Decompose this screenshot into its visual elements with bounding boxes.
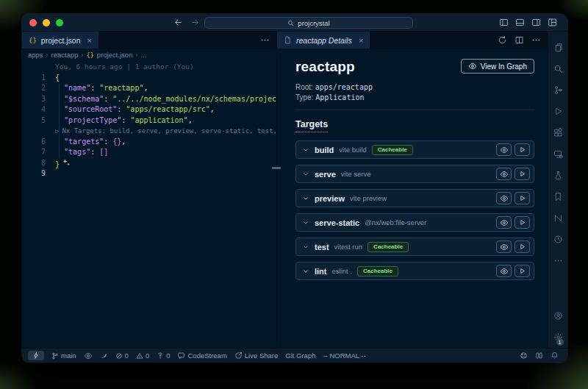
run-target-button[interactable] [514, 143, 530, 156]
status-git-graph[interactable]: Git Graph [285, 351, 315, 360]
settings-icon[interactable]: 1 [553, 326, 563, 348]
status-bar: main000CodeStreamLive ShareGit Graph-- N… [22, 348, 567, 363]
target-row-test[interactable]: testvitest runCacheable [295, 238, 534, 256]
status-remote-indicator[interactable] [28, 351, 44, 360]
nx-targets-codelens[interactable]: Nx Targets: build, serve, preview, serve… [62, 126, 276, 137]
target-row-serve-static[interactable]: serve-static@nx/web:file-server [295, 213, 534, 232]
close-tab-icon[interactable]: × [87, 36, 92, 45]
run-target-button[interactable] [514, 168, 530, 180]
extensions-icon[interactable] [553, 122, 563, 143]
search-icon[interactable] [553, 58, 563, 79]
chevron-down-icon[interactable] [302, 195, 309, 202]
remote-explorer-icon[interactable] [553, 143, 563, 165]
activity-bar: 1 [548, 32, 567, 348]
status-status-extension[interactable] [535, 351, 543, 360]
status-live-share[interactable]: Live Share [234, 351, 278, 360]
line-number: 6 [22, 137, 55, 148]
code-text: "name": "reactapp", [55, 83, 148, 94]
view-target-button[interactable] [496, 192, 512, 204]
zoom-window-button[interactable] [56, 19, 63, 26]
forward-icon[interactable] [190, 18, 200, 27]
line-number: 9 [22, 168, 55, 179]
more-views-icon[interactable] [553, 250, 563, 271]
explorer-icon[interactable] [553, 37, 563, 58]
search-value: projcrystal [298, 19, 329, 27]
view-target-button[interactable] [496, 216, 512, 229]
run-target-button[interactable] [514, 265, 530, 277]
status-gitlens-toggle[interactable] [84, 351, 93, 360]
bookmarks-icon[interactable] [553, 186, 563, 207]
status-feedback-smiley[interactable] [520, 351, 528, 360]
code-editor[interactable]: You, 6 hours ago | 1 author (You)1{2 "na… [22, 60, 276, 348]
target-command: vitest run [334, 243, 363, 251]
divider-line [295, 110, 534, 110]
view-target-button[interactable] [496, 143, 512, 156]
run-target-button[interactable] [514, 240, 530, 253]
chevron-down-icon[interactable] [302, 219, 309, 226]
line-number [22, 62, 55, 73]
status-codestream[interactable]: CodeStream [177, 351, 226, 360]
toggle-primary-sidebar-icon[interactable] [499, 18, 509, 27]
target-row-preview[interactable]: previewvite preview [295, 189, 534, 207]
status-bird-extension[interactable] [100, 351, 108, 360]
toggle-panel-icon[interactable] [515, 18, 525, 27]
tab-project-json[interactable]: {} project.json × [22, 32, 99, 49]
accounts-icon[interactable] [553, 305, 563, 326]
run-target-button[interactable] [514, 192, 530, 204]
status-vim-mode[interactable]: -- NORMAL -- [323, 351, 365, 360]
breadcrumb-item[interactable]: project.json [97, 51, 133, 59]
code-text: "projectType": "application", [55, 115, 193, 126]
status-warnings[interactable]: 0 [136, 351, 149, 360]
minimize-window-button[interactable] [43, 19, 50, 26]
status-errors[interactable]: 0 [115, 351, 129, 360]
blame-line: You, 6 hours ago | 1 author (You) [22, 62, 276, 73]
target-row-lint[interactable]: linteslint .Cacheable [295, 262, 534, 280]
project-root-row: Root: apps/reactapp [295, 82, 534, 93]
back-icon[interactable] [173, 18, 183, 27]
root-label: Root: [295, 83, 313, 91]
toggle-secondary-sidebar-icon[interactable] [531, 18, 541, 27]
scrollbar-thumb[interactable] [272, 167, 281, 169]
code-text: { [55, 73, 60, 84]
run-target-button[interactable] [514, 216, 530, 229]
target-row-build[interactable]: buildvite buildCacheable [295, 140, 534, 159]
chevron-down-icon[interactable] [302, 268, 309, 275]
refresh-icon[interactable] [498, 35, 507, 45]
chevron-down-icon[interactable] [302, 243, 309, 251]
chevron-down-icon[interactable] [302, 171, 309, 178]
breadcrumb-item[interactable]: reactapp [51, 51, 79, 59]
target-row-serve[interactable]: servevite serve [295, 165, 534, 183]
editor-actions-more-icon[interactable] [260, 35, 270, 45]
run-debug-icon[interactable] [553, 101, 563, 122]
code-line: 7 "tags": [] [22, 147, 276, 158]
view-target-button[interactable] [496, 168, 512, 180]
source-control-icon[interactable] [553, 79, 563, 101]
view-target-button[interactable] [496, 265, 512, 277]
status-git-branch[interactable]: main [51, 351, 76, 360]
nx-console-icon[interactable] [553, 207, 563, 229]
status-notifications-bell[interactable] [551, 351, 559, 360]
breadcrumb-item[interactable]: apps [28, 51, 43, 59]
status-label: main [61, 351, 76, 360]
view-in-graph-button[interactable]: View In Graph [461, 59, 534, 74]
view-target-button[interactable] [496, 240, 512, 253]
customize-layout-icon[interactable] [548, 18, 557, 27]
target-command: vite serve [341, 170, 371, 178]
tab-label: reactapp Details [296, 36, 352, 45]
status-broadcast-count[interactable]: 0 [157, 351, 170, 360]
split-editor-icon[interactable] [514, 35, 524, 45]
editor-actions-more-icon[interactable] [531, 35, 541, 45]
project-title: reactapp [295, 59, 355, 75]
titlebar: projcrystal [22, 14, 567, 32]
timeline-icon[interactable] [553, 229, 563, 250]
tab-reactapp-details[interactable]: reactapp Details × [277, 32, 370, 49]
bell-icon [551, 351, 559, 360]
line-number [22, 126, 55, 137]
close-tab-icon[interactable]: × [359, 36, 363, 45]
close-window-button[interactable] [29, 19, 37, 26]
chevron-down-icon[interactable] [302, 146, 309, 154]
target-command: vite build [339, 146, 367, 154]
breadcrumb-item[interactable]: ... [140, 51, 146, 59]
testing-icon[interactable] [553, 165, 563, 186]
command-center-search[interactable]: projcrystal [204, 17, 413, 29]
